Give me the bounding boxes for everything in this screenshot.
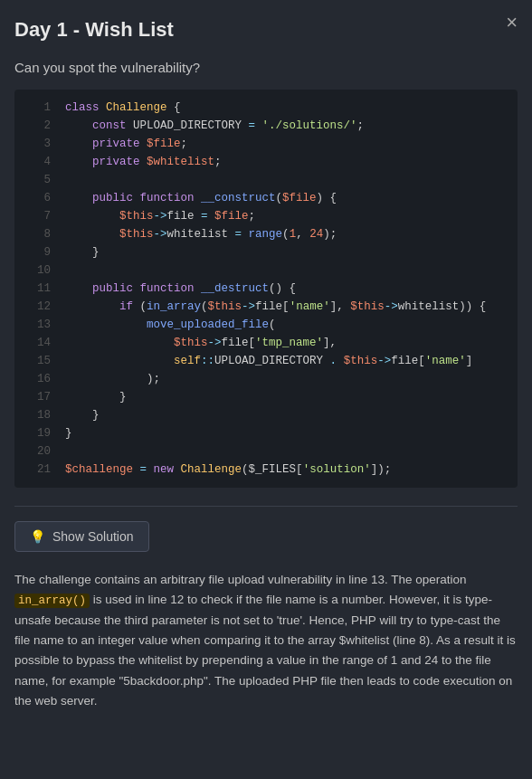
line-number: 8 bbox=[25, 225, 51, 243]
line-number: 1 bbox=[25, 99, 51, 117]
table-row: 18 } bbox=[14, 406, 518, 424]
line-number: 14 bbox=[25, 334, 51, 352]
line-number: 5 bbox=[25, 171, 51, 189]
line-content: $this->file['tmp_name'], bbox=[65, 334, 337, 352]
table-row: 4 private $whitelist; bbox=[14, 153, 518, 171]
line-content: if (in_array($this->file['name'], $this-… bbox=[65, 298, 486, 316]
line-content: $challenge = new Challenge($_FILES['solu… bbox=[65, 461, 391, 479]
line-number: 7 bbox=[25, 207, 51, 225]
line-content: private $whitelist; bbox=[65, 153, 222, 171]
line-number: 18 bbox=[25, 406, 51, 424]
line-content: const UPLOAD_DIRECTORY = './solutions/'; bbox=[65, 117, 364, 135]
table-row: 10 bbox=[14, 261, 518, 280]
line-number: 4 bbox=[25, 153, 51, 171]
table-row: 11 public function __destruct() { bbox=[14, 280, 518, 298]
line-content: $this->whitelist = range(1, 24); bbox=[65, 225, 337, 243]
table-row: 7 $this->file = $file; bbox=[14, 207, 518, 225]
solution-text-after: is used in line 12 to check if the file … bbox=[14, 593, 516, 708]
table-row: 16 ); bbox=[14, 370, 518, 388]
line-content: } bbox=[65, 424, 72, 442]
line-number: 10 bbox=[25, 261, 51, 280]
table-row: 3 private $file; bbox=[14, 135, 518, 153]
line-content: self::UPLOAD_DIRECTORY . $this->file['na… bbox=[65, 352, 472, 370]
line-content: public function __construct($file) { bbox=[65, 189, 337, 207]
table-row: 1class Challenge { bbox=[14, 99, 518, 117]
line-number: 9 bbox=[25, 243, 51, 261]
table-row: 13 move_uploaded_file( bbox=[14, 316, 518, 334]
line-content: } bbox=[65, 406, 100, 424]
solution-text-before: The challenge contains an arbitrary file… bbox=[14, 573, 467, 586]
line-number: 13 bbox=[25, 316, 51, 334]
line-number: 2 bbox=[25, 117, 51, 135]
table-row: 12 if (in_array($this->file['name'], $th… bbox=[14, 298, 518, 316]
solution-text: The challenge contains an arbitrary file… bbox=[14, 570, 518, 711]
divider bbox=[14, 506, 518, 507]
line-number: 11 bbox=[25, 280, 51, 298]
line-content: } bbox=[65, 388, 127, 406]
table-row: 8 $this->whitelist = range(1, 24); bbox=[14, 225, 518, 243]
line-content: } bbox=[65, 243, 100, 261]
line-content: class Challenge { bbox=[65, 99, 181, 117]
show-solution-label: Show Solution bbox=[52, 529, 134, 544]
line-number: 17 bbox=[25, 388, 51, 406]
line-content: private $file; bbox=[65, 135, 187, 153]
table-row: 19} bbox=[14, 424, 518, 442]
table-row: 17 } bbox=[14, 388, 518, 406]
table-row: 6 public function __construct($file) { bbox=[14, 189, 518, 207]
table-row: 5 bbox=[14, 171, 518, 189]
bulb-icon: 💡 bbox=[30, 529, 45, 544]
page-title: Day 1 - Wish List bbox=[14, 18, 518, 42]
table-row: 9 } bbox=[14, 243, 518, 261]
line-number: 16 bbox=[25, 370, 51, 388]
line-number: 19 bbox=[25, 424, 51, 442]
line-number: 20 bbox=[25, 442, 51, 461]
close-button[interactable]: × bbox=[506, 13, 518, 33]
show-solution-button[interactable]: 💡 Show Solution bbox=[14, 521, 149, 552]
line-content: ); bbox=[65, 370, 160, 388]
line-number: 3 bbox=[25, 135, 51, 153]
line-content: move_uploaded_file( bbox=[65, 316, 276, 334]
challenge-subtitle: Can you spot the vulnerability? bbox=[14, 60, 518, 75]
line-number: 12 bbox=[25, 298, 51, 316]
line-number: 15 bbox=[25, 352, 51, 370]
code-block: 1class Challenge {2 const UPLOAD_DIRECTO… bbox=[14, 90, 518, 488]
table-row: 20 bbox=[14, 442, 518, 461]
table-row: 21$challenge = new Challenge($_FILES['so… bbox=[14, 461, 518, 479]
table-row: 2 const UPLOAD_DIRECTORY = './solutions/… bbox=[14, 117, 518, 135]
table-row: 14 $this->file['tmp_name'], bbox=[14, 334, 518, 352]
line-content: $this->file = $file; bbox=[65, 207, 255, 225]
table-row: 15 self::UPLOAD_DIRECTORY . $this->file[… bbox=[14, 352, 518, 370]
line-number: 21 bbox=[25, 461, 51, 479]
modal-container: × Day 1 - Wish List Can you spot the vul… bbox=[0, 0, 532, 779]
line-number: 6 bbox=[25, 189, 51, 207]
solution-highlight: in_array() bbox=[14, 594, 90, 608]
line-content: public function __destruct() { bbox=[65, 280, 296, 298]
